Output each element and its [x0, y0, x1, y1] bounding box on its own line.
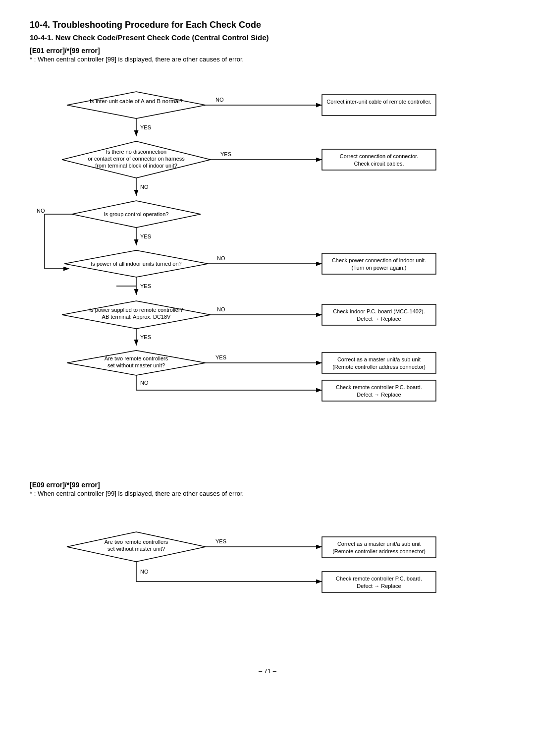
svg-text:NO: NO	[140, 569, 149, 575]
svg-text:Is inter-unit cable of A and B: Is inter-unit cable of A and B normal?	[90, 98, 183, 104]
svg-text:AB terminal: Approx. DC18V: AB terminal: Approx. DC18V	[102, 314, 171, 320]
svg-rect-80	[322, 253, 436, 274]
svg-text:Check circuit cables.: Check circuit cables.	[354, 161, 404, 167]
svg-text:YES: YES	[215, 538, 226, 544]
svg-text:Correct inter-unit cable of re: Correct inter-unit cable of remote contr…	[326, 99, 431, 105]
svg-text:Is power supplied to remote co: Is power supplied to remote controller?	[89, 307, 183, 313]
svg-text:Is group control operation?: Is group control operation?	[104, 211, 169, 217]
svg-text:NO: NO	[140, 184, 149, 190]
svg-text:set without master unit?: set without master unit?	[107, 546, 165, 552]
svg-rect-91	[322, 304, 436, 325]
svg-text:Check indoor P.C. board (MCC-1: Check indoor P.C. board (MCC-1402).	[333, 308, 425, 314]
svg-rect-63	[322, 149, 436, 170]
svg-text:Defect → Replace: Defect → Replace	[357, 583, 401, 589]
svg-text:YES: YES	[140, 283, 151, 289]
svg-text:YES: YES	[215, 354, 226, 360]
svg-text:Check remote controller P.C. b: Check remote controller P.C. board.	[336, 576, 422, 582]
svg-text:NO: NO	[217, 255, 225, 261]
svg-text:Defect → Replace: Defect → Replace	[357, 392, 401, 398]
svg-text:Are two remote controllers: Are two remote controllers	[105, 539, 168, 545]
svg-text:NO: NO	[140, 380, 149, 386]
svg-rect-53	[322, 95, 436, 116]
svg-text:or contact error of connector : or contact error of connector on harness	[88, 156, 185, 162]
svg-marker-49	[67, 92, 206, 118]
page-number: – 71 –	[30, 667, 505, 675]
svg-text:set without master unit?: set without master unit?	[107, 362, 165, 368]
svg-text:NO: NO	[37, 208, 45, 214]
svg-text:Correct as a master unit/a sub: Correct as a master unit/a sub unit	[337, 356, 421, 362]
e01-flowchart-full: Is inter-unit cable of A and B normal? N…	[30, 73, 505, 461]
svg-text:YES: YES	[220, 151, 231, 157]
svg-text:Are two remote controllers: Are two remote controllers	[105, 355, 168, 361]
svg-text:Is there no disconnection: Is there no disconnection	[106, 149, 166, 155]
svg-text:YES: YES	[140, 334, 151, 340]
svg-text:Correct connection of connecto: Correct connection of connector.	[340, 153, 418, 159]
svg-text:(Remote controller address con: (Remote controller address connector)	[332, 364, 426, 370]
e09-flowchart: Are two remote controllers set without m…	[30, 507, 505, 647]
svg-text:Is power of all indoor units t: Is power of all indoor units turned on?	[91, 261, 181, 267]
svg-rect-101	[322, 352, 436, 373]
svg-text:Defect → Replace: Defect → Replace	[357, 316, 401, 322]
svg-rect-116	[322, 537, 436, 558]
svg-text:Check remote controller P.C. b: Check remote controller P.C. board.	[336, 384, 422, 390]
svg-text:YES: YES	[140, 124, 151, 130]
e01-note: * : When central controller [99] is disp…	[30, 56, 505, 63]
svg-text:(Turn on power again.): (Turn on power again.)	[352, 265, 407, 271]
svg-text:(Remote controller address con: (Remote controller address connector)	[332, 548, 426, 554]
svg-rect-122	[322, 572, 436, 592]
e01-label: [E01 error]/*[99 error]	[30, 47, 505, 55]
svg-text:Check power connection of indo: Check power connection of indoor unit.	[332, 257, 426, 263]
svg-text:NO: NO	[217, 306, 225, 312]
svg-text:Correct as a master unit/a sub: Correct as a master unit/a sub unit	[337, 541, 421, 547]
e09-note: * : When central controller [99] is disp…	[30, 490, 505, 497]
svg-text:NO: NO	[215, 97, 224, 103]
svg-text:YES: YES	[140, 233, 151, 239]
page-title: 10-4. Troubleshooting Procedure for Each…	[30, 20, 505, 42]
svg-rect-107	[322, 380, 436, 401]
e09-label: [E09 error]/*[99 error]	[30, 481, 505, 489]
svg-text:from terminal block of indoor : from terminal block of indoor unit?	[95, 163, 177, 169]
